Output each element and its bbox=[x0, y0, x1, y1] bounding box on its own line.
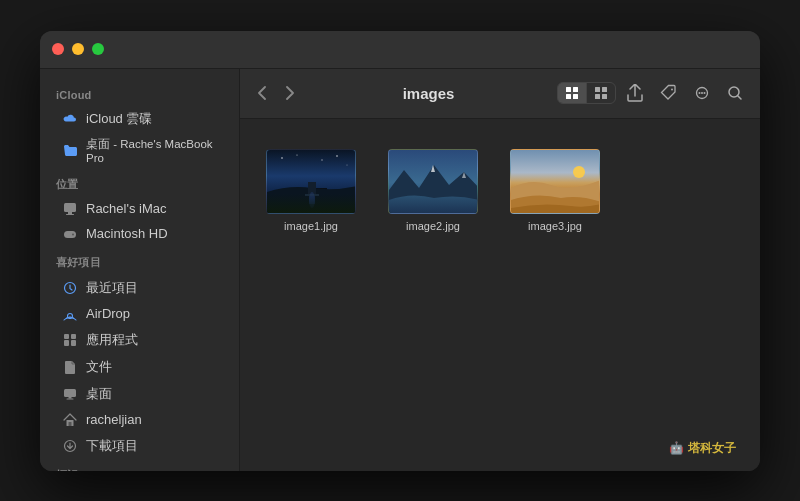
svg-rect-1 bbox=[68, 212, 72, 214]
svg-rect-25 bbox=[602, 94, 607, 99]
sidebar-item-macintosh-hd[interactable]: Macintosh HD bbox=[46, 222, 233, 246]
watermark: 🤖 塔科女子 bbox=[669, 440, 736, 457]
svg-rect-10 bbox=[71, 334, 76, 339]
svg-rect-21 bbox=[573, 94, 578, 99]
svg-point-46 bbox=[573, 166, 585, 178]
file-item-3[interactable]: image3.jpg bbox=[504, 143, 606, 238]
file-item-2[interactable]: image2.jpg bbox=[382, 143, 484, 238]
toolbar-actions bbox=[557, 80, 748, 106]
tags-section-label: 標記 bbox=[40, 460, 239, 471]
svg-point-38 bbox=[281, 157, 283, 159]
main-toolbar: images bbox=[240, 69, 760, 119]
file-name-1: image1.jpg bbox=[284, 220, 338, 232]
macintosh-hd-label: Macintosh HD bbox=[86, 226, 168, 241]
svg-rect-0 bbox=[64, 203, 76, 212]
desktop-label: 桌面 bbox=[86, 385, 112, 403]
icloud-section-label: iCloud bbox=[40, 81, 239, 105]
downloads-label: 下載項目 bbox=[86, 437, 138, 455]
drive-icon bbox=[62, 226, 78, 242]
file-item-1[interactable]: image1.jpg bbox=[260, 143, 362, 238]
svg-rect-12 bbox=[69, 397, 72, 399]
svg-point-30 bbox=[704, 92, 706, 94]
sidebar-item-racheljian[interactable]: racheljian bbox=[46, 408, 233, 432]
documents-icon bbox=[62, 359, 78, 375]
svg-point-28 bbox=[699, 92, 701, 94]
favorites-section-label: 喜好項目 bbox=[40, 247, 239, 274]
maximize-button[interactable] bbox=[92, 43, 104, 55]
recents-label: 最近項目 bbox=[86, 279, 138, 297]
folder-title: images bbox=[308, 85, 549, 102]
close-button[interactable] bbox=[52, 43, 64, 55]
svg-rect-24 bbox=[595, 94, 600, 99]
icloud-drive-label: iCloud 雲碟 bbox=[86, 110, 152, 128]
sidebar-section-location: 位置 Rachel's iMac bbox=[40, 169, 239, 246]
grid-view-button[interactable] bbox=[558, 83, 587, 103]
applications-icon bbox=[62, 332, 78, 348]
back-button[interactable] bbox=[252, 82, 272, 104]
search-button[interactable] bbox=[722, 81, 748, 105]
svg-rect-22 bbox=[595, 87, 600, 92]
traffic-lights bbox=[52, 43, 104, 55]
sidebar-item-desktop-macbook[interactable]: 桌面 - Rache's MacBook Pro bbox=[46, 133, 233, 168]
airdrop-label: AirDrop bbox=[86, 306, 130, 321]
sidebar-item-rachels-imac[interactable]: Rachel's iMac bbox=[46, 197, 233, 221]
sidebar-item-downloads[interactable]: 下載項目 bbox=[46, 433, 233, 459]
desktop-icon bbox=[62, 386, 78, 402]
folder-icon bbox=[62, 142, 78, 158]
more-button[interactable] bbox=[688, 81, 716, 105]
racheljian-label: racheljian bbox=[86, 412, 142, 427]
airdrop-icon bbox=[62, 306, 78, 322]
file-thumbnail-2 bbox=[388, 149, 478, 214]
svg-rect-34 bbox=[267, 195, 356, 214]
files-area: image1.jpg bbox=[240, 119, 760, 471]
svg-rect-23 bbox=[602, 87, 607, 92]
window-content: iCloud iCloud 雲碟 桌面 - Rache bbox=[40, 69, 760, 471]
files-grid: image1.jpg bbox=[260, 143, 740, 238]
svg-rect-2 bbox=[66, 214, 74, 215]
sidebar-item-documents[interactable]: 文件 bbox=[46, 354, 233, 380]
rachels-imac-label: Rachel's iMac bbox=[86, 201, 167, 216]
svg-point-42 bbox=[347, 164, 348, 165]
watermark-emoji: 🤖 bbox=[669, 441, 684, 455]
svg-rect-15 bbox=[69, 422, 72, 426]
forward-button[interactable] bbox=[280, 82, 300, 104]
svg-rect-11 bbox=[64, 389, 76, 397]
svg-point-41 bbox=[336, 155, 338, 157]
share-button[interactable] bbox=[622, 80, 648, 106]
applications-label: 應用程式 bbox=[86, 331, 138, 349]
location-section-label: 位置 bbox=[40, 169, 239, 196]
list-view-button[interactable] bbox=[587, 83, 615, 103]
svg-rect-7 bbox=[64, 340, 69, 346]
view-switcher bbox=[557, 82, 616, 104]
sidebar-section-tags: 標記 Red bbox=[40, 460, 239, 471]
svg-rect-9 bbox=[64, 334, 69, 339]
sidebar-section-icloud: iCloud iCloud 雲碟 桌面 - Rache bbox=[40, 81, 239, 168]
watermark-text: 塔科女子 bbox=[688, 440, 736, 457]
home-icon bbox=[62, 412, 78, 428]
svg-rect-8 bbox=[71, 340, 76, 346]
svg-point-26 bbox=[671, 89, 673, 91]
tag-button[interactable] bbox=[654, 80, 682, 106]
file-thumbnail-3 bbox=[510, 149, 600, 214]
svg-point-29 bbox=[701, 92, 703, 94]
finder-window: iCloud iCloud 雲碟 桌面 - Rache bbox=[40, 31, 760, 471]
desktop-macbook-label: 桌面 - Rache's MacBook Pro bbox=[86, 137, 217, 164]
minimize-button[interactable] bbox=[72, 43, 84, 55]
svg-rect-20 bbox=[566, 94, 571, 99]
sidebar-item-airdrop[interactable]: AirDrop bbox=[46, 302, 233, 326]
svg-rect-35 bbox=[308, 182, 316, 196]
svg-rect-18 bbox=[566, 87, 571, 92]
sidebar-item-applications[interactable]: 應用程式 bbox=[46, 327, 233, 353]
icloud-icon bbox=[62, 111, 78, 127]
sidebar-item-icloud-drive[interactable]: iCloud 雲碟 bbox=[46, 106, 233, 132]
sidebar-item-recents[interactable]: 最近項目 bbox=[46, 275, 233, 301]
svg-rect-36 bbox=[305, 194, 319, 196]
svg-point-4 bbox=[72, 233, 74, 235]
file-name-3: image3.jpg bbox=[528, 220, 582, 232]
sidebar-item-desktop[interactable]: 桌面 bbox=[46, 381, 233, 407]
svg-rect-19 bbox=[573, 87, 578, 92]
svg-point-40 bbox=[321, 159, 322, 160]
downloads-icon bbox=[62, 438, 78, 454]
svg-point-43 bbox=[309, 192, 315, 208]
main-content: images bbox=[240, 69, 760, 471]
